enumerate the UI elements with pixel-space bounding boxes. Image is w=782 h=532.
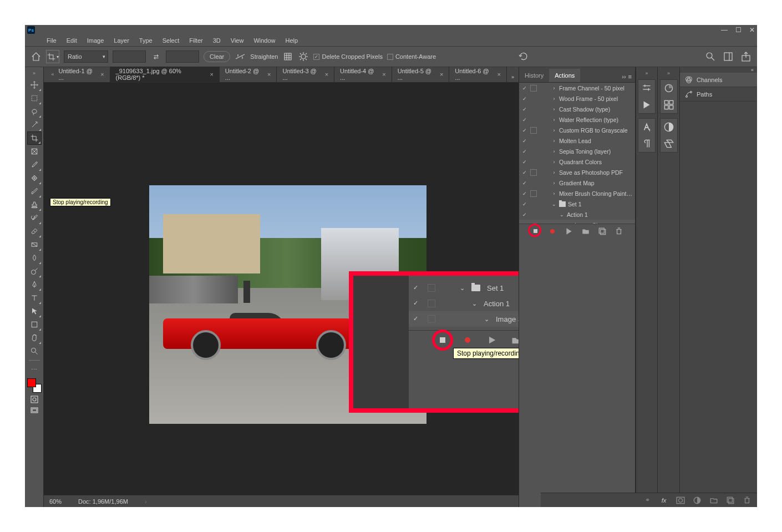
panel-collapse-icon[interactable]: ›› [622,73,626,80]
play-panel-icon[interactable] [641,99,653,111]
mask-icon[interactable] [676,496,685,505]
document-tab[interactable]: Untitled-6 @ ...× [449,67,507,82]
document-tab[interactable]: Untitled-4 @ ...× [334,67,392,82]
color-panel-icon[interactable] [663,82,675,94]
dodge-tool[interactable] [27,265,42,278]
action-row[interactable]: ›Sepia Toning (layer) [519,146,635,156]
action-row[interactable]: ›Gradient Map [519,178,635,188]
crop-settings-icon[interactable] [298,51,309,62]
menu-filter[interactable]: Filter [184,36,207,45]
close-tab-icon[interactable]: × [210,71,213,78]
tools-collapse[interactable]: » [33,70,35,76]
document-tab[interactable]: Untitled-3 @ ...× [277,67,334,82]
doc-size[interactable]: Doc: 1,96M/1,96M [78,498,128,505]
zoom-action-row[interactable]: ⌄Image Size⌄ [409,311,519,327]
maximize-button[interactable]: ☐ [735,26,742,34]
close-tab-icon[interactable]: × [382,71,385,78]
menu-3d[interactable]: 3D [208,36,226,45]
magic-wand-tool[interactable] [27,118,42,131]
menu-layer[interactable]: Layer [109,36,134,45]
actions-tab[interactable]: Actions [549,69,580,82]
healing-tool[interactable] [27,171,42,185]
new-layer-icon[interactable] [726,496,735,505]
close-tab-icon[interactable]: × [497,71,501,78]
action-row[interactable]: ›Frame Channel - 50 pixel [519,83,635,93]
menu-file[interactable]: File [42,36,62,45]
new-set-button[interactable] [511,335,519,346]
close-tab-icon[interactable]: × [100,71,104,78]
menu-edit[interactable]: Edit [62,36,82,45]
eyedropper-tool[interactable] [27,158,42,171]
path-select-tool[interactable] [27,305,42,318]
delete-button[interactable] [615,227,623,236]
action-row[interactable]: ›Custom RGB to Grayscale [519,125,635,135]
zoom-action-row[interactable]: ⌄Set 1 [409,280,519,296]
move-tool[interactable] [27,78,42,92]
zoom-action-row[interactable]: ⌄Action 1 [409,296,519,311]
stamp-tool[interactable] [27,198,42,211]
character-icon[interactable] [641,121,653,133]
close-tab-icon[interactable]: × [267,71,271,78]
action-row[interactable]: ⌄Image Size [519,220,635,224]
workspace-icon[interactable] [723,51,734,62]
stop-button[interactable] [531,227,540,236]
history-brush-tool[interactable] [27,211,42,225]
document-tab[interactable]: Untitled-2 @ ...× [220,67,277,82]
document-tab[interactable]: «Untitled-1 @ ...× [48,67,110,82]
zoom-level[interactable]: 60% [49,498,62,505]
history-tab[interactable]: History [519,69,549,82]
menu-view[interactable]: View [226,36,249,45]
play-button[interactable] [486,335,497,346]
width-input[interactable] [113,50,146,63]
quickmask-icon[interactable] [30,395,39,404]
height-input[interactable] [166,50,199,63]
home-icon[interactable] [31,51,42,62]
close-tab-icon[interactable]: × [440,71,443,78]
paragraph-icon[interactable] [641,138,653,150]
lasso-tool[interactable] [27,105,42,118]
ratio-select[interactable]: Ratio [64,50,108,63]
menu-window[interactable]: Window [248,36,280,45]
marquee-tool[interactable] [27,92,42,105]
close-tab-icon[interactable]: × [325,71,328,78]
properties-icon[interactable] [641,82,653,94]
clear-button[interactable]: Clear [204,51,230,62]
record-button[interactable] [462,335,473,346]
hand-tool[interactable] [27,331,42,344]
action-row[interactable]: ›Quadrant Colors [519,156,635,167]
straighten-icon[interactable] [235,51,246,62]
adjustments-icon[interactable] [663,121,675,133]
play-button[interactable] [565,227,573,236]
color-swatches[interactable] [27,378,42,393]
action-row[interactable]: ⌄Set 1 [519,199,635,209]
menu-help[interactable]: Help [281,36,303,45]
document-tab[interactable]: _9109633_1.jpg @ 60% (RGB/8*) *× [110,67,220,82]
action-row[interactable]: ›Molten Lead [519,135,635,146]
share-icon[interactable] [740,51,751,62]
channels-tab[interactable]: Channels [680,73,757,87]
action-row[interactable]: ›Mixer Brush Cloning Paint ... [519,188,635,199]
canvas[interactable]: ⌄Set 1⌄Action 1⌄Image Size⌄ Stop playing… [44,83,519,495]
action-row[interactable]: ›Water Reflection (type) [519,114,635,125]
eraser-tool[interactable] [27,225,42,238]
crop-tool[interactable] [27,131,42,145]
delete-layer-icon[interactable] [743,496,751,505]
action-row[interactable]: ›Save as Photoshop PDF [519,167,635,178]
overlay-grid-icon[interactable] [282,51,293,62]
crop-preset-icon[interactable]: ▾ [46,50,59,63]
link-icon[interactable]: ⚭ [643,496,652,505]
stop-button-highlighted[interactable] [432,330,453,351]
swap-icon[interactable]: ⇄ [150,51,161,62]
actions-list[interactable]: ›Frame Channel - 50 pixel›Wood Frame - 5… [519,83,635,224]
group-icon[interactable] [709,496,718,505]
new-action-button[interactable] [598,227,607,236]
adjustment-layer-icon[interactable] [693,496,702,505]
action-row[interactable]: ›Wood Frame - 50 pixel [519,93,635,104]
brush-tool[interactable] [27,185,42,198]
close-button[interactable]: ✕ [749,26,755,34]
search-icon[interactable] [705,51,716,62]
delete-cropped-checkbox[interactable] [313,54,319,60]
content-aware-checkbox[interactable] [387,54,393,60]
frame-tool[interactable] [27,145,42,158]
document-tab[interactable]: Untitled-5 @ ...× [392,67,450,82]
